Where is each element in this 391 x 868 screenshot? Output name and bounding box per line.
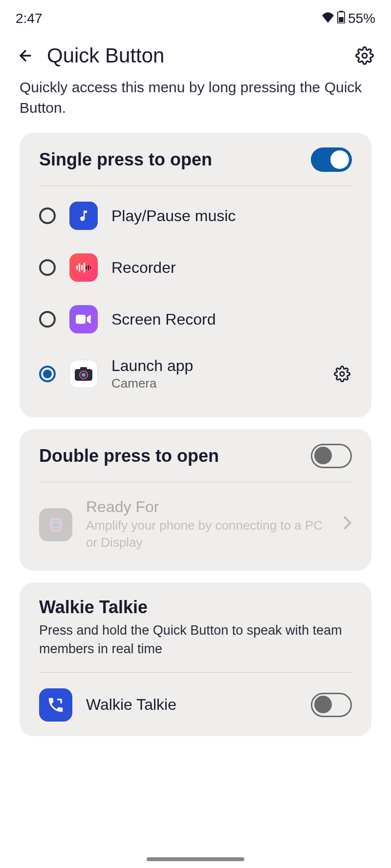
chevron-right-icon: [343, 516, 352, 534]
option-label: Screen Record: [111, 310, 352, 329]
single-press-header: Single press to open: [39, 147, 352, 186]
walkie-talkie-icon: [39, 688, 72, 722]
camera-app-icon: [69, 360, 98, 388]
ready-for-icon: [39, 508, 72, 541]
radio-launch-app[interactable]: [39, 366, 56, 382]
double-press-header: Double press to open: [39, 444, 352, 482]
single-press-title: Single press to open: [39, 149, 212, 170]
walkie-row[interactable]: Walkie Talkie: [39, 677, 352, 722]
walkie-title: Walkie Talkie: [39, 597, 148, 618]
option-label: Recorder: [111, 259, 352, 277]
option-recorder[interactable]: Recorder: [39, 242, 352, 293]
svg-rect-2: [339, 17, 343, 22]
option-label: Play/Pause music: [111, 207, 352, 225]
video-camera-icon: [69, 305, 98, 333]
radio-screen-record[interactable]: [39, 311, 56, 328]
page-title: Quick Button: [47, 44, 342, 67]
divider: [39, 482, 352, 482]
svg-rect-6: [81, 265, 83, 270]
walkie-toggle[interactable]: [311, 693, 352, 717]
divider: [39, 672, 352, 673]
walkie-talkie-card: Walkie Talkie Press and hold the Quick B…: [20, 582, 371, 736]
ready-for-desc: Amplify your phone by connecting to a PC…: [86, 517, 329, 551]
svg-point-14: [82, 373, 86, 377]
double-press-card: Double press to open Ready For Amplify y…: [20, 429, 371, 571]
single-press-toggle[interactable]: [311, 147, 352, 172]
svg-point-3: [362, 53, 367, 58]
status-time: 2:47: [16, 11, 43, 26]
svg-rect-4: [76, 266, 78, 269]
battery-icon: [337, 11, 345, 27]
svg-rect-5: [79, 264, 80, 271]
radio-recorder[interactable]: [39, 259, 56, 276]
option-play-pause[interactable]: Play/Pause music: [39, 190, 352, 242]
svg-rect-8: [86, 266, 87, 269]
recorder-icon: [69, 253, 98, 282]
battery-percent: 55%: [348, 11, 375, 26]
svg-point-16: [340, 372, 345, 376]
ready-for-row: Ready For Amplify your phone by connecti…: [39, 486, 352, 556]
radio-play-pause[interactable]: [39, 207, 56, 224]
app-header: Quick Button: [0, 29, 391, 77]
music-note-icon: [69, 202, 98, 230]
option-launch-app[interactable]: Launch app Camera: [39, 345, 352, 403]
single-press-card: Single press to open Play/Pause music Re…: [20, 133, 371, 417]
option-screen-record[interactable]: Screen Record: [39, 293, 352, 345]
launch-app-settings-button[interactable]: [332, 364, 352, 384]
svg-rect-10: [90, 267, 91, 269]
double-press-title: Double press to open: [39, 446, 219, 466]
svg-rect-7: [84, 263, 85, 272]
svg-rect-15: [80, 367, 87, 370]
back-button[interactable]: [16, 46, 35, 65]
option-sublabel: Camera: [111, 376, 319, 391]
double-press-toggle[interactable]: [311, 444, 352, 468]
svg-rect-9: [88, 265, 89, 270]
ready-for-title: Ready For: [86, 498, 329, 516]
walkie-subtitle: Press and hold the Quick Button to speak…: [39, 621, 352, 659]
svg-rect-11: [76, 315, 86, 324]
status-bar: 2:47 55%: [0, 0, 391, 29]
page-description: Quickly access this menu by long pressin…: [0, 77, 391, 133]
option-label: Launch app: [111, 357, 319, 375]
home-indicator[interactable]: [147, 857, 244, 861]
walkie-header: Walkie Talkie Press and hold the Quick B…: [39, 597, 352, 672]
status-right: 55%: [322, 11, 375, 27]
divider: [39, 186, 352, 186]
wifi-icon: [322, 11, 334, 26]
settings-button[interactable]: [354, 45, 375, 66]
walkie-row-label: Walkie Talkie: [86, 696, 297, 714]
